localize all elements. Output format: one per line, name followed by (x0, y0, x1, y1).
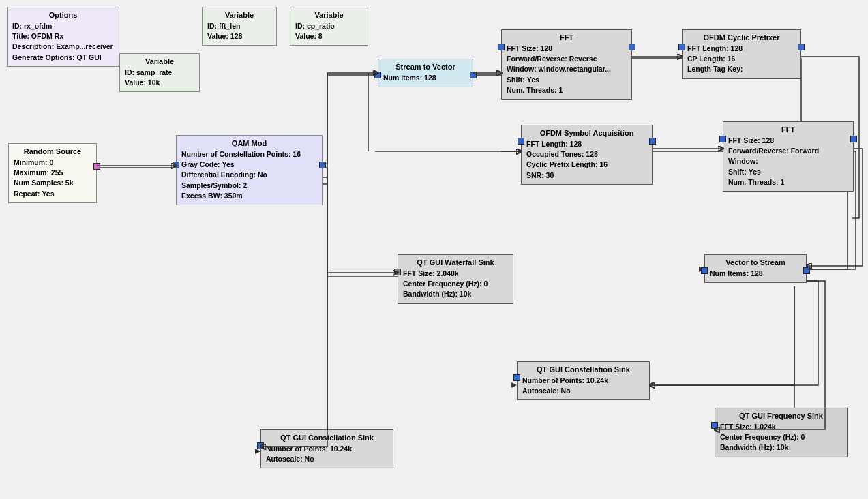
options-title: Options (12, 11, 114, 19)
fft1-out-port[interactable] (629, 44, 635, 50)
vector-to-stream-block[interactable]: Vector to Stream Num Items: 128 (704, 254, 807, 283)
qam-mod-block[interactable]: QAM Mod Number of Constellation Points: … (176, 135, 323, 205)
waterfall-sink-title: QT GUI Waterfall Sink (403, 258, 508, 267)
ofdm-cyclic-block[interactable]: OFDM Cyclic Prefixer FFT Length: 128 CP … (682, 29, 801, 79)
freq-sink-in-port[interactable] (711, 422, 718, 429)
ofdm-sym-acq-in-port[interactable] (518, 138, 524, 145)
variable-cp-ratio-value: Value: 8 (295, 31, 363, 42)
ofdm-cyclic-out-port[interactable] (798, 44, 805, 50)
vector-to-stream-title: Vector to Stream (710, 258, 801, 267)
variable-cp-ratio-block[interactable]: Variable ID: cp_ratio Value: 8 (290, 7, 368, 46)
ofdm-cyclic-title: OFDM Cyclic Prefixer (687, 33, 796, 42)
random-source-title: Random Source (14, 147, 91, 155)
waterfall-sink-in-port[interactable] (394, 269, 401, 275)
stream-to-vector-out-port[interactable] (470, 72, 477, 78)
random-source-block[interactable]: Random Source Minimum: 0 Maximum: 255 Nu… (8, 143, 97, 203)
fft1-block[interactable]: FFT FFT Size: 128 Forward/Reverse: Rever… (501, 29, 632, 100)
svg-marker-33 (511, 382, 517, 388)
vector-to-stream-out-port[interactable] (803, 267, 810, 274)
ofdm-sym-acq-block[interactable]: OFDM Symbol Acquisition FFT Length: 128 … (521, 125, 653, 185)
freq-sink-title: QT GUI Frequency Sink (720, 412, 842, 420)
constellation-sink1-title: QT GUI Constellation Sink (522, 365, 644, 374)
constellation-sink2-block[interactable]: QT GUI Constellation Sink Number of Poin… (260, 429, 393, 468)
ofdm-sym-acq-title: OFDM Symbol Acquisition (526, 129, 647, 137)
stream-to-vector-block[interactable]: Stream to Vector Num Items: 128 (378, 59, 473, 87)
stream-to-vector-title: Stream to Vector (383, 63, 468, 71)
variable-fft-len-id: ID: fft_len (207, 21, 271, 31)
qam-mod-out-port[interactable] (319, 162, 326, 168)
variable-cp-ratio-title: Variable (295, 11, 363, 19)
variable-samp-rate-value: Value: 10k (125, 78, 194, 88)
variable-fft-len-title: Variable (207, 11, 271, 19)
constellation-sink2-in-port[interactable] (257, 442, 264, 449)
canvas: Options ID: rx_ofdm Title: OFDM Rx Descr… (0, 0, 868, 499)
variable-cp-ratio-id: ID: cp_ratio (295, 21, 363, 31)
options-prop-gen: Generate Options: QT GUI (12, 52, 114, 63)
fft2-out-port[interactable] (850, 136, 857, 142)
vector-to-stream-in-port[interactable] (701, 267, 708, 274)
options-block[interactable]: Options ID: rx_ofdm Title: OFDM Rx Descr… (7, 7, 119, 67)
options-prop-id: ID: rx_ofdm (12, 21, 114, 31)
waterfall-sink-block[interactable]: QT GUI Waterfall Sink FFT Size: 2.048k C… (398, 254, 513, 304)
ofdm-cyclic-in-port[interactable] (678, 44, 685, 50)
qam-mod-title: QAM Mod (181, 139, 317, 147)
variable-samp-rate-title: Variable (125, 57, 194, 65)
variable-samp-rate-block[interactable]: Variable ID: samp_rate Value: 10k (119, 53, 200, 92)
fft1-in-port[interactable] (498, 44, 505, 50)
variable-samp-rate-id: ID: samp_rate (125, 67, 194, 78)
constellation-sink1-in-port[interactable] (513, 374, 520, 381)
variable-fft-len-value: Value: 128 (207, 31, 271, 42)
constellation-sink2-title: QT GUI Constellation Sink (266, 434, 388, 442)
qam-mod-in-port[interactable] (173, 162, 179, 168)
freq-sink-block[interactable]: QT GUI Frequency Sink FFT Size: 1.024k C… (715, 408, 848, 457)
fft2-block[interactable]: FFT FFT Size: 128 Forward/Reverse: Forwa… (723, 121, 854, 192)
fft1-title: FFT (507, 33, 627, 42)
random-source-out-port[interactable] (93, 163, 100, 170)
fft2-title: FFT (728, 125, 848, 134)
ofdm-sym-acq-out-port[interactable] (649, 138, 656, 145)
options-prop-desc: Description: Examp...receiver (12, 42, 114, 52)
constellation-sink1-block[interactable]: QT GUI Constellation Sink Number of Poin… (517, 361, 650, 400)
fft2-in-port[interactable] (719, 136, 726, 142)
options-prop-title: Title: OFDM Rx (12, 31, 114, 42)
variable-fft-len-block[interactable]: Variable ID: fft_len Value: 128 (202, 7, 277, 46)
svg-marker-11 (255, 449, 260, 454)
stream-to-vector-in-port[interactable] (374, 72, 381, 78)
